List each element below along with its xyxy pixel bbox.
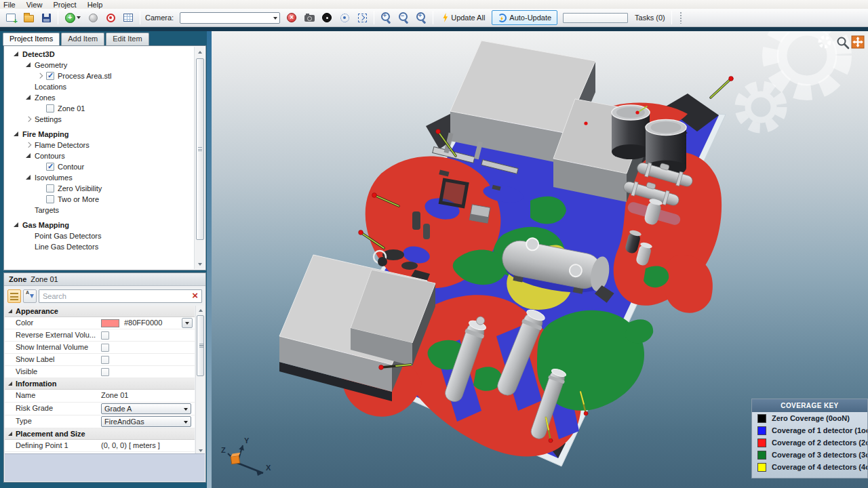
update-all-button[interactable]: Update All — [437, 10, 490, 25]
tree-item-detect3d[interactable]: Detect3D — [5, 49, 193, 60]
expander-icon[interactable] — [26, 62, 31, 68]
selection-box-icon — [358, 14, 367, 22]
target-view-button[interactable] — [319, 10, 335, 25]
tree-item-contour[interactable]: Contour — [5, 161, 193, 172]
tree-item-geometry[interactable]: Geometry — [5, 60, 193, 70]
checkbox-icon[interactable] — [101, 356, 109, 364]
checkbox-icon[interactable] — [101, 344, 109, 352]
property-row-visible[interactable]: Visible — [5, 366, 195, 378]
expander-icon[interactable] — [26, 175, 31, 180]
add-item-button[interactable] — [62, 10, 83, 25]
zoom-in-button[interactable]: + — [378, 10, 394, 25]
checkbox-checked-icon[interactable] — [46, 72, 54, 80]
expander-icon[interactable] — [14, 131, 19, 137]
checkbox-icon[interactable] — [101, 368, 109, 376]
new-project-button[interactable] — [3, 10, 19, 25]
scroll-up-icon[interactable] — [198, 51, 202, 54]
color-swatch[interactable] — [101, 319, 119, 327]
tree-item-flame-detectors[interactable]: Flame Detectors — [5, 140, 193, 150]
checkbox-icon[interactable] — [46, 184, 54, 192]
section-appearance[interactable]: Appearance — [5, 306, 195, 317]
zone-panel-header: ZoneZone 01 — [4, 273, 205, 286]
tab-project-items[interactable]: Project Items — [3, 33, 60, 45]
section-placement-and-size[interactable]: Placement and Size — [5, 428, 195, 440]
tree-item-zones[interactable]: Zones — [5, 92, 193, 103]
tree-item-zone-01[interactable]: Zone 01 — [5, 103, 193, 114]
zoom-out-button[interactable]: − — [395, 10, 412, 25]
toolbar-separator — [58, 11, 58, 24]
property-row-reverse-external[interactable]: Reverse External Volu... — [5, 329, 195, 342]
scrollbar-thumb[interactable] — [196, 58, 204, 240]
pan-tool-button[interactable] — [852, 36, 864, 48]
section-information[interactable]: Information — [5, 378, 195, 390]
expander-icon[interactable] — [14, 52, 19, 57]
menu-view[interactable]: View — [26, 1, 43, 9]
sidebar-splitter[interactable] — [207, 31, 212, 488]
property-row-show-internal[interactable]: Show Internal Volume — [5, 342, 195, 354]
scroll-down-icon[interactable] — [198, 263, 202, 266]
expander-icon[interactable] — [26, 142, 31, 148]
expander-icon[interactable] — [26, 95, 31, 100]
tree-item-process-area[interactable]: Process Area.stl — [5, 70, 193, 81]
zoom-extents-button[interactable]: + — [413, 10, 429, 25]
toolbar-separator — [671, 11, 672, 24]
tree-item-line-gas-detectors[interactable]: Line Gas Detectors — [5, 241, 193, 252]
camera-capture-button[interactable] — [301, 10, 317, 25]
grid-view-button[interactable] — [120, 10, 136, 25]
risk-grade-select[interactable]: Grade A — [101, 403, 191, 414]
scroll-up-icon[interactable] — [199, 309, 203, 312]
open-project-button[interactable] — [20, 10, 37, 25]
expander-icon[interactable] — [37, 73, 43, 79]
property-row-type[interactable]: TypeFireAndGas — [5, 415, 195, 428]
tree-item-isovolumes[interactable]: Isovolumes — [5, 172, 193, 183]
checkbox-icon[interactable] — [101, 331, 109, 340]
fit-selection-button[interactable] — [354, 10, 370, 25]
expander-icon[interactable] — [26, 153, 31, 159]
expander-icon[interactable] — [14, 222, 19, 228]
checkbox-icon[interactable] — [46, 104, 54, 113]
tree-item-contours[interactable]: Contours — [5, 150, 193, 161]
color-dropdown-button[interactable] — [182, 318, 193, 328]
checkbox-checked-icon[interactable] — [46, 163, 54, 171]
type-select[interactable]: FireAndGas — [101, 416, 191, 427]
tree-item-targets[interactable]: Targets — [5, 205, 193, 216]
scroll-down-icon[interactable] — [199, 449, 203, 452]
save-button[interactable] — [38, 10, 54, 25]
menu-help[interactable]: Help — [87, 1, 103, 9]
delete-camera-button[interactable]: × — [283, 10, 300, 25]
tree-item-zero-visibility[interactable]: Zero Visibility — [5, 183, 193, 194]
property-row-color[interactable]: Color #80FF0000 — [5, 317, 195, 329]
tree-item-locations[interactable]: Locations — [5, 81, 193, 92]
search-input[interactable] — [39, 292, 190, 300]
camera-select[interactable] — [180, 12, 280, 24]
new-project-icon — [6, 14, 16, 22]
close-circle-icon: × — [287, 13, 296, 22]
scrollbar-thumb[interactable] — [197, 315, 204, 376]
property-row-show-label[interactable]: Show Label — [5, 354, 195, 366]
checkbox-icon[interactable] — [46, 195, 54, 203]
toolbar-grip[interactable] — [679, 12, 683, 24]
expander-icon[interactable] — [26, 117, 31, 122]
sort-az-button[interactable] — [23, 289, 37, 303]
tree-item-point-gas-detectors[interactable]: Point Gas Detectors — [5, 230, 193, 241]
tree-item-settings[interactable]: Settings — [5, 114, 193, 125]
menu-file[interactable]: File — [3, 1, 16, 9]
sphere-button[interactable] — [85, 10, 101, 25]
record-button[interactable] — [102, 10, 119, 25]
clear-search-icon[interactable]: × — [190, 290, 201, 302]
tree-item-two-or-more[interactable]: Two or More — [5, 194, 193, 205]
tasks-count-label: Tasks (0) — [635, 14, 665, 22]
property-row-name[interactable]: NameZone 01 — [5, 390, 195, 403]
tree-scrollbar[interactable] — [194, 47, 205, 269]
tree-item-fire-mapping[interactable]: Fire Mapping — [5, 129, 193, 140]
property-row-risk-grade[interactable]: Risk GradeGrade A — [5, 403, 195, 415]
tab-edit-item[interactable]: Edit Item — [106, 33, 149, 45]
tree-item-gas-mapping[interactable]: Gas Mapping — [5, 220, 193, 230]
orbit-center-button[interactable] — [336, 10, 353, 25]
property-row-defining-point-1[interactable]: Defining Point 1(0, 0, 0) [ meters ] — [5, 440, 195, 452]
tab-add-item[interactable]: Add Item — [61, 33, 104, 45]
property-scrollbar[interactable] — [195, 306, 205, 455]
categorize-button[interactable] — [7, 289, 21, 303]
menu-project[interactable]: Project — [53, 1, 76, 9]
auto-update-button[interactable]: Auto-Update — [492, 10, 557, 25]
